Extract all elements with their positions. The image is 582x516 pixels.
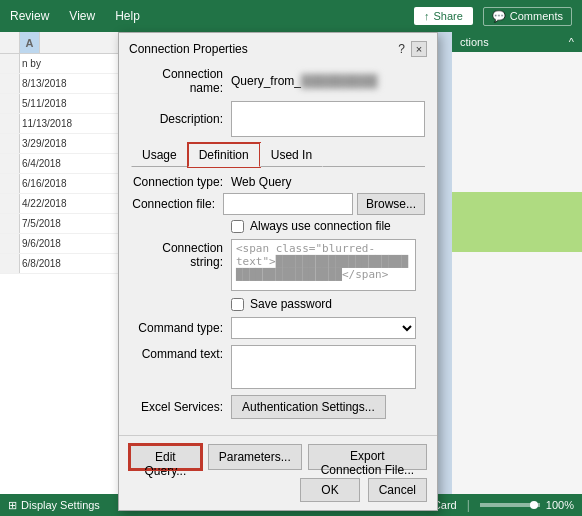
edit-query-button[interactable]: Edit Query... bbox=[129, 444, 202, 470]
table-row: 4/22/2018 bbox=[0, 194, 129, 214]
dialog-titlebar: Connection Properties ? × bbox=[119, 33, 437, 61]
col-a-header: A bbox=[20, 32, 40, 54]
connection-string-row: Connection string: <span class="blurred-… bbox=[131, 239, 425, 291]
connection-file-input[interactable] bbox=[223, 193, 353, 215]
connection-type-label: Connection type: bbox=[131, 175, 231, 189]
command-type-row: Command type: bbox=[131, 317, 425, 339]
always-use-row: Always use connection file bbox=[231, 219, 425, 233]
always-use-label: Always use connection file bbox=[250, 219, 391, 233]
table-row: 5/11/2018 bbox=[0, 94, 129, 114]
actions-title: ctions bbox=[460, 36, 489, 48]
description-input[interactable] bbox=[231, 101, 425, 137]
save-password-row: Save password bbox=[231, 297, 425, 311]
table-row: 8/13/2018 bbox=[0, 74, 129, 94]
save-password-checkbox[interactable] bbox=[231, 298, 244, 311]
separator: | bbox=[467, 498, 470, 512]
table-row: 11/13/2018 bbox=[0, 114, 129, 134]
tabs-container: Usage Definition Used In bbox=[131, 143, 425, 167]
ok-cancel-row: OK Cancel bbox=[129, 478, 427, 502]
comment-icon: 💬 bbox=[492, 10, 506, 23]
connection-string-input[interactable]: <span class="blurred-text">█████████████… bbox=[231, 239, 416, 291]
display-settings-label: Display Settings bbox=[21, 499, 100, 511]
ribbon-help[interactable]: Help bbox=[115, 9, 140, 23]
command-text-row: Command text: bbox=[131, 345, 425, 389]
chevron-icon[interactable]: ^ bbox=[569, 36, 574, 48]
tab-used-in[interactable]: Used In bbox=[260, 143, 323, 167]
connection-name-label: Connection name: bbox=[131, 67, 231, 95]
table-row: n by bbox=[0, 54, 129, 74]
connection-file-label: Connection file: bbox=[131, 197, 223, 211]
zoom-slider-thumb bbox=[530, 501, 538, 509]
ok-button[interactable]: OK bbox=[300, 478, 359, 502]
table-row: 6/8/2018 bbox=[0, 254, 129, 274]
display-settings-icon: ⊞ bbox=[8, 499, 17, 512]
spreadsheet-area: A n by 8/13/2018 5/11/2018 11/13/2018 3/… bbox=[0, 32, 130, 516]
connection-file-row: Connection file: Browse... bbox=[131, 193, 425, 215]
always-use-checkbox[interactable] bbox=[231, 220, 244, 233]
table-row: 7/5/2018 bbox=[0, 214, 129, 234]
green-highlight-box bbox=[452, 192, 582, 252]
ribbon-review[interactable]: Review bbox=[10, 9, 49, 23]
excel-services-label: Excel Services: bbox=[131, 400, 231, 414]
comments-button[interactable]: 💬 Comments bbox=[483, 7, 572, 26]
table-row: 6/16/2018 bbox=[0, 174, 129, 194]
share-icon: ↑ bbox=[424, 10, 430, 22]
bottom-section: Edit Query... Parameters... Export Conne… bbox=[119, 435, 437, 510]
export-button[interactable]: Export Connection File... bbox=[308, 444, 427, 470]
command-text-input[interactable] bbox=[231, 345, 416, 389]
connection-name-row: Connection name: Query_from_█████████ bbox=[131, 67, 425, 95]
cancel-button[interactable]: Cancel bbox=[368, 478, 427, 502]
zoom-level: 100% bbox=[546, 499, 574, 511]
connection-string-label: Connection string: bbox=[131, 239, 231, 269]
right-panel: ctions ^ bbox=[452, 32, 582, 516]
table-row: 9/6/2018 bbox=[0, 234, 129, 254]
connection-name-value: Query_from_█████████ bbox=[231, 74, 378, 88]
close-button[interactable]: × bbox=[411, 41, 427, 57]
row-num-header bbox=[0, 32, 20, 54]
titlebar-buttons: ? × bbox=[398, 41, 427, 57]
tab-usage[interactable]: Usage bbox=[131, 143, 188, 167]
share-button[interactable]: ↑ Share bbox=[414, 7, 473, 25]
excel-services-row: Excel Services: Authentication Settings.… bbox=[131, 395, 425, 419]
save-password-label: Save password bbox=[250, 297, 332, 311]
table-row: 3/29/2018 bbox=[0, 134, 129, 154]
display-settings[interactable]: ⊞ Display Settings bbox=[8, 499, 100, 512]
tab-definition[interactable]: Definition bbox=[188, 143, 260, 167]
table-row: 6/4/2018 bbox=[0, 154, 129, 174]
dialog-title: Connection Properties bbox=[129, 42, 248, 56]
ribbon-view[interactable]: View bbox=[69, 9, 95, 23]
parameters-button[interactable]: Parameters... bbox=[208, 444, 302, 470]
connection-properties-dialog: Connection Properties ? × Connection nam… bbox=[118, 32, 438, 511]
command-type-select[interactable] bbox=[231, 317, 416, 339]
connection-name-blurred: █████████ bbox=[301, 74, 378, 88]
zoom-slider[interactable] bbox=[480, 503, 540, 507]
description-row: Description: bbox=[131, 101, 425, 137]
action-buttons-row: Edit Query... Parameters... Export Conne… bbox=[129, 444, 427, 470]
actions-header: ctions ^ bbox=[452, 32, 582, 52]
connection-type-row: Connection type: Web Query bbox=[131, 175, 425, 189]
dialog-content: Connection name: Query_from_█████████ De… bbox=[119, 61, 437, 435]
command-text-label: Command text: bbox=[131, 345, 231, 361]
column-headers: A bbox=[0, 32, 129, 54]
connection-type-value: Web Query bbox=[231, 175, 291, 189]
ribbon: Review View Help ↑ Share 💬 Comments bbox=[0, 0, 582, 32]
description-label: Description: bbox=[131, 112, 231, 126]
col-b-header bbox=[40, 32, 129, 54]
command-type-label: Command type: bbox=[131, 321, 231, 335]
ribbon-share-area: ↑ Share 💬 Comments bbox=[414, 7, 572, 26]
auth-settings-button[interactable]: Authentication Settings... bbox=[231, 395, 386, 419]
browse-button[interactable]: Browse... bbox=[357, 193, 425, 215]
help-icon[interactable]: ? bbox=[398, 42, 405, 56]
